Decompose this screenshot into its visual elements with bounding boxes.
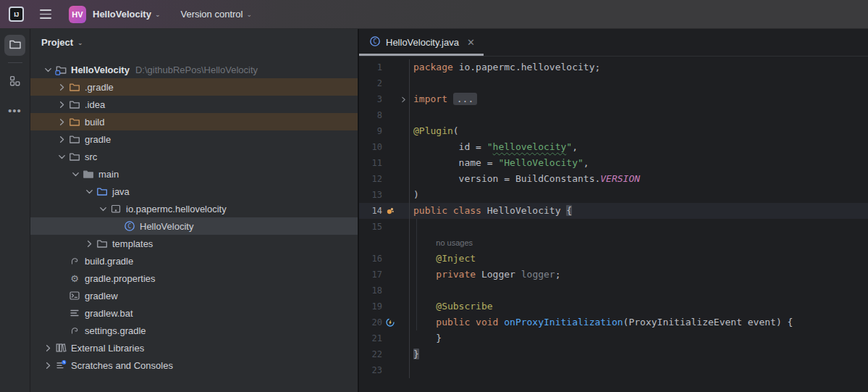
code-token: } [413, 333, 442, 343]
editor-gutter: 10 [359, 139, 410, 155]
chevron-down-icon[interactable] [42, 64, 54, 75]
svg-text:⚙: ⚙ [70, 273, 79, 284]
code-text[interactable] [410, 75, 413, 91]
code-text[interactable]: package io.papermc.hellovelocity; [410, 59, 600, 75]
folded-imports[interactable]: ... [453, 93, 477, 105]
code-text[interactable]: } [410, 346, 419, 362]
more-tool-windows-button[interactable]: ••• [4, 100, 25, 121]
project-badge[interactable]: HV [69, 6, 86, 23]
code-line-14[interactable]: 14public class HelloVelocity { [359, 203, 868, 219]
tree-row-java[interactable]: java [30, 183, 358, 200]
code-line-16[interactable]: 16 @Inject [359, 251, 868, 267]
code-text[interactable]: version = BuildConstants.VERSION [410, 171, 640, 187]
code-text[interactable]: @Plugin( [410, 123, 459, 139]
tree-row-build-gradle[interactable]: build.gradle [30, 252, 358, 270]
chevron-right-icon[interactable] [56, 117, 68, 128]
code-token: @Inject [436, 253, 476, 264]
version-control-selector[interactable]: Version control ⌄ [180, 9, 252, 20]
svg-text:C: C [128, 223, 132, 230]
tree-row-main[interactable]: main [30, 165, 358, 183]
chevron-right-icon[interactable] [83, 238, 96, 249]
hamburger-menu-icon[interactable] [40, 9, 51, 18]
tree-item-label: settings.gradle [85, 325, 146, 336]
editor-gutter: 8 [359, 107, 410, 123]
tree-row-scratches-and-consoles[interactable]: Scratches and Consoles [30, 356, 358, 374]
chevron-right-icon[interactable] [56, 134, 68, 145]
code-line-9[interactable]: 9@Plugin( [359, 123, 868, 139]
chevron-down-icon[interactable] [69, 169, 82, 180]
code-text[interactable]: @Subscribe [410, 299, 493, 314]
project-panel-header[interactable]: Project ⌄ [30, 29, 358, 55]
code-text[interactable]: } [410, 330, 442, 346]
editor-gutter: 1 [359, 59, 410, 75]
editor-gutter: 21 [359, 330, 410, 346]
tree-row-settings-gradle[interactable]: settings.gradle [30, 322, 358, 339]
code-text[interactable] [410, 362, 413, 378]
project-selector[interactable]: HelloVelocity ⌄ [93, 9, 160, 20]
structure-tool-button[interactable] [4, 72, 25, 93]
code-text[interactable]: public void onProxyInitialization(ProxyI… [410, 314, 793, 330]
code-line-1[interactable]: 1package io.papermc.hellovelocity; [359, 59, 868, 75]
code-line-21[interactable]: 21 } [359, 330, 868, 346]
code-text[interactable]: import ... [410, 91, 477, 107]
code-line-15[interactable]: 15 [359, 219, 868, 235]
code-line-13[interactable]: 13) [359, 187, 868, 203]
tree-row-gradlew[interactable]: gradlew [30, 287, 358, 304]
chevron-right-icon[interactable] [56, 99, 68, 110]
code-line-2[interactable]: 2 [359, 75, 868, 91]
code-editor[interactable]: 1package io.papermc.hellovelocity;23impo… [359, 57, 868, 392]
chevron-down-icon[interactable] [97, 204, 109, 214]
chevron-right-icon[interactable] [42, 343, 54, 354]
code-line-12[interactable]: 12 version = BuildConstants.VERSION [359, 171, 868, 187]
tree-row-hellovelocity[interactable]: CHelloVelocity [30, 217, 358, 235]
code-text[interactable]: private Logger logger; [410, 267, 561, 283]
code-line-18[interactable]: 18 [359, 283, 868, 299]
code-line-20[interactable]: 20 public void onProxyInitialization(Pro… [359, 314, 868, 330]
code-token: @Plugin [413, 125, 453, 136]
code-line-3[interactable]: 3import ... [359, 91, 868, 107]
code-text[interactable]: ) [410, 187, 419, 203]
tab-hellovelocity-java[interactable]: C HelloVelocity.java ✕ [359, 29, 484, 56]
code-line-19[interactable]: 19 @Subscribe [359, 299, 868, 314]
code-line-11[interactable]: 11 name = "HelloVelocity", [359, 155, 868, 171]
chevron-down-icon[interactable] [83, 186, 96, 197]
tree-row-idea[interactable]: .idea [30, 96, 358, 113]
chevron-right-icon[interactable] [56, 82, 68, 93]
chevron-down-icon[interactable] [56, 151, 68, 162]
code-line-22[interactable]: 22} [359, 346, 868, 362]
code-text[interactable]: id = "hellovelocity", [410, 139, 578, 155]
event-gutter-icon[interactable] [382, 317, 398, 328]
code-line-10[interactable]: 10 id = "hellovelocity", [359, 139, 868, 155]
tree-row-gradle[interactable]: gradle [30, 130, 358, 148]
tree-row-src[interactable]: src [30, 148, 358, 165]
code-text[interactable] [410, 283, 413, 299]
code-text[interactable]: no usages [410, 235, 473, 251]
tree-row-gradlew-bat[interactable]: gradlew.bat [30, 304, 358, 322]
tree-row-gradle[interactable]: .gradle [30, 78, 358, 96]
chevron-right-icon[interactable] [42, 360, 54, 371]
tree-row-external-libraries[interactable]: External Libraries [30, 339, 358, 356]
tree-row-io-papermc-hellovelocity[interactable]: io.papermc.hellovelocity [30, 200, 358, 217]
code-token: version = [413, 173, 515, 184]
editor-gutter: 22 [359, 346, 410, 362]
code-text[interactable]: @Inject [410, 251, 476, 267]
code-token: HelloVelocity [487, 205, 567, 216]
tree-row-templates[interactable]: templates [30, 235, 358, 252]
code-text[interactable]: name = "HelloVelocity", [410, 155, 589, 171]
inlay-hint-line[interactable]: no usages [359, 235, 868, 251]
fold-indicator-icon[interactable] [398, 96, 408, 104]
code-text[interactable]: public class HelloVelocity { [410, 203, 572, 219]
tree-row-build[interactable]: build [30, 113, 358, 130]
tree-row-hellovelocity[interactable]: HelloVelocityD:\githubRePos\HelloVelocit… [30, 61, 358, 78]
editor-gutter: 12 [359, 171, 410, 187]
code-line-23[interactable]: 23 [359, 362, 868, 378]
code-line-17[interactable]: 17 private Logger logger; [359, 267, 868, 283]
code-line-8[interactable]: 8 [359, 107, 868, 123]
velocity-gutter-icon[interactable] [382, 206, 398, 216]
close-icon[interactable]: ✕ [467, 37, 475, 48]
line-number: 12 [359, 171, 382, 187]
code-text[interactable] [410, 107, 413, 123]
project-tool-button[interactable] [4, 35, 25, 56]
code-text[interactable] [410, 219, 413, 235]
tree-row-gradle-properties[interactable]: ⚙gradle.properties [30, 270, 358, 287]
